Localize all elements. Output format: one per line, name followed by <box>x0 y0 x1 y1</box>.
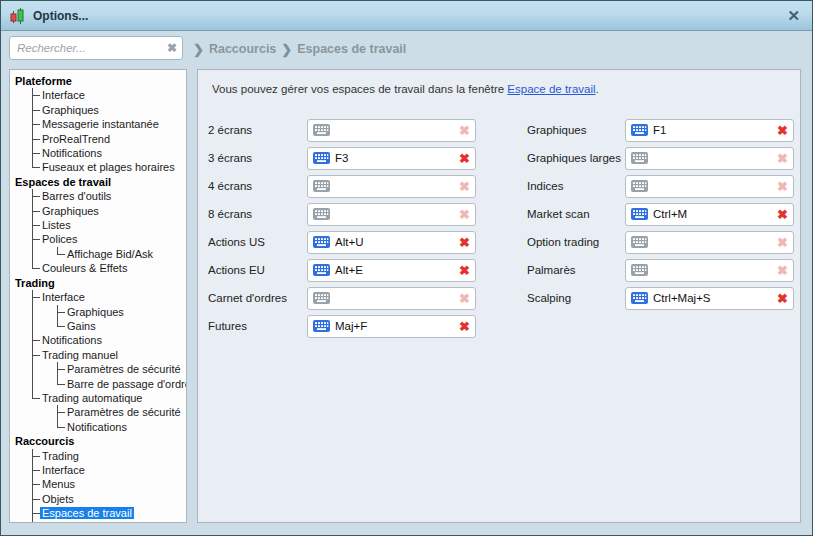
sidebar-item[interactable]: Objets <box>40 493 76 505</box>
clear-shortcut-icon[interactable]: ✖ <box>777 152 788 165</box>
close-icon[interactable]: ✕ <box>783 8 804 23</box>
sidebar-item[interactable]: Graphiques <box>40 104 101 116</box>
sidebar-item[interactable]: Couleurs & Effets <box>40 262 129 274</box>
sidebar-item[interactable]: Trading <box>40 450 81 462</box>
sidebar-item[interactable]: Espaces de travail <box>40 507 134 519</box>
shortcut-label: Carnet d'ordres <box>208 292 307 304</box>
sidebar-item[interactable]: Instruments <box>40 522 101 523</box>
keyboard-icon <box>313 236 330 248</box>
sidebar-item[interactable]: Interface <box>40 291 87 303</box>
shortcut-field[interactable]: ✖ <box>625 231 794 254</box>
shortcut-label: Scalping <box>527 292 625 304</box>
shortcut-field[interactable]: ✖ <box>307 203 476 226</box>
clear-shortcut-icon[interactable]: ✖ <box>777 236 788 249</box>
sidebar-item[interactable]: Gains <box>65 320 98 332</box>
clear-shortcut-icon[interactable]: ✖ <box>777 124 788 137</box>
shortcut-label: Graphiques <box>527 124 625 136</box>
shortcut-row: Scalping Ctrl+Maj+S ✖ <box>527 284 794 312</box>
sidebar-item[interactable]: Messagerie instantanée <box>40 118 161 130</box>
clear-shortcut-icon[interactable]: ✖ <box>459 180 470 193</box>
shortcut-row: 2 écrans ✖ <box>208 116 476 144</box>
main-panel: Vous pouvez gérer vos espaces de travail… <box>197 69 801 523</box>
shortcut-field[interactable]: ✖ <box>625 175 794 198</box>
shortcut-field[interactable]: Ctrl+Maj+S ✖ <box>625 287 794 310</box>
sidebar-section[interactable]: Raccourcis <box>15 435 74 447</box>
sidebar-item[interactable]: Graphiques <box>65 306 126 318</box>
clear-shortcut-icon[interactable]: ✖ <box>777 208 788 221</box>
sidebar-section[interactable]: Trading <box>15 277 55 289</box>
clear-shortcut-icon[interactable]: ✖ <box>459 320 470 333</box>
clear-shortcut-icon[interactable]: ✖ <box>777 292 788 305</box>
sidebar-item[interactable]: Listes <box>40 219 73 231</box>
shortcut-field[interactable]: F3 ✖ <box>307 147 476 170</box>
sidebar-item[interactable]: Trading manuel <box>40 349 120 361</box>
keyboard-icon <box>313 208 330 220</box>
shortcut-field[interactable]: ✖ <box>625 147 794 170</box>
shortcut-field[interactable]: ✖ <box>625 259 794 282</box>
shortcut-row: Actions US Alt+U ✖ <box>208 228 476 256</box>
sidebar-item[interactable]: Trading automatique <box>40 392 145 404</box>
intro-text: Vous pouvez gérer vos espaces de travail… <box>212 83 599 95</box>
keyboard-icon <box>313 180 330 192</box>
chevron-right-icon: ❯ <box>193 42 204 57</box>
shortcut-column-right: Graphiques F1 ✖ <box>527 116 794 312</box>
sidebar-item[interactable]: Fuseaux et plages horaires <box>40 161 177 173</box>
clear-shortcut-icon[interactable]: ✖ <box>459 264 470 277</box>
chevron-right-icon: ❯ <box>281 42 292 57</box>
shortcut-label: Market scan <box>527 208 625 220</box>
shortcut-field[interactable]: Alt+E ✖ <box>307 259 476 282</box>
sidebar-item[interactable]: Notifications <box>65 421 129 433</box>
sidebar-section[interactable]: Plateforme <box>15 75 72 87</box>
espace-de-travail-link[interactable]: Espace de travail <box>507 83 595 95</box>
search-clear-icon[interactable]: ✖ <box>167 40 177 56</box>
sidebar-item[interactable]: Interface <box>40 89 87 101</box>
sidebar-item[interactable]: Barre de passage d'ordres <box>65 378 187 390</box>
keyboard-icon <box>631 236 648 248</box>
sidebar-item[interactable]: Menus <box>40 478 77 490</box>
sidebar-section[interactable]: Espaces de travail <box>15 176 111 188</box>
toolbar: ✖ ❯ Raccourcis ❯ Espaces de travail <box>1 32 812 66</box>
shortcut-label: 3 écrans <box>208 152 307 164</box>
clear-shortcut-icon[interactable]: ✖ <box>459 292 470 305</box>
sidebar-item[interactable]: Graphiques <box>40 205 101 217</box>
clear-shortcut-icon[interactable]: ✖ <box>459 124 470 137</box>
breadcrumb-item-espaces-de-travail: Espaces de travail <box>297 42 406 56</box>
sidebar-item[interactable]: Polices <box>40 233 79 245</box>
shortcut-field[interactable]: Maj+F ✖ <box>307 315 476 338</box>
shortcut-label: Actions US <box>208 236 307 248</box>
sidebar-item[interactable]: Paramètres de sécurité <box>65 406 183 418</box>
clear-shortcut-icon[interactable]: ✖ <box>777 180 788 193</box>
shortcut-row: Graphiques larges ✖ <box>527 144 794 172</box>
shortcut-label: Indices <box>527 180 625 192</box>
shortcut-field[interactable]: ✖ <box>307 175 476 198</box>
shortcut-label: Palmarès <box>527 264 625 276</box>
clear-shortcut-icon[interactable]: ✖ <box>459 152 470 165</box>
breadcrumb-item-raccourcis[interactable]: Raccourcis <box>209 42 276 56</box>
sidebar-item[interactable]: ProRealTrend <box>40 133 112 145</box>
sidebar-item[interactable]: Interface <box>40 464 87 476</box>
shortcut-row: Carnet d'ordres ✖ <box>208 284 476 312</box>
sidebar-item[interactable]: Notifications <box>40 334 104 346</box>
sidebar-item[interactable]: Barres d'outils <box>40 190 113 202</box>
shortcut-label: Futures <box>208 320 307 332</box>
search-input[interactable] <box>9 36 183 60</box>
shortcut-field[interactable]: Ctrl+M ✖ <box>625 203 794 226</box>
shortcut-label: 4 écrans <box>208 180 307 192</box>
clear-shortcut-icon[interactable]: ✖ <box>459 236 470 249</box>
shortcut-column-left: 2 écrans ✖ <box>208 116 476 340</box>
search-box: ✖ <box>9 36 183 60</box>
clear-shortcut-icon[interactable]: ✖ <box>459 208 470 221</box>
window-title: Options... <box>33 9 88 23</box>
sidebar-item[interactable]: Paramètres de sécurité <box>65 363 183 375</box>
clear-shortcut-icon[interactable]: ✖ <box>777 264 788 277</box>
shortcut-field[interactable]: F1 ✖ <box>625 119 794 142</box>
shortcut-field[interactable]: Alt+U ✖ <box>307 231 476 254</box>
shortcut-field[interactable]: ✖ <box>307 287 476 310</box>
shortcut-field[interactable]: ✖ <box>307 119 476 142</box>
options-dialog: Options... ✕ ✖ ❯ Raccourcis ❯ Espaces de… <box>0 0 813 536</box>
sidebar-item[interactable]: Affichage Bid/Ask <box>65 248 155 260</box>
sidebar-item[interactable]: Notifications <box>40 147 104 159</box>
settings-tree: PlateformeInterfaceGraphiquesMessagerie … <box>15 74 184 523</box>
keyboard-icon <box>631 264 648 276</box>
shortcut-row: 8 écrans ✖ <box>208 200 476 228</box>
